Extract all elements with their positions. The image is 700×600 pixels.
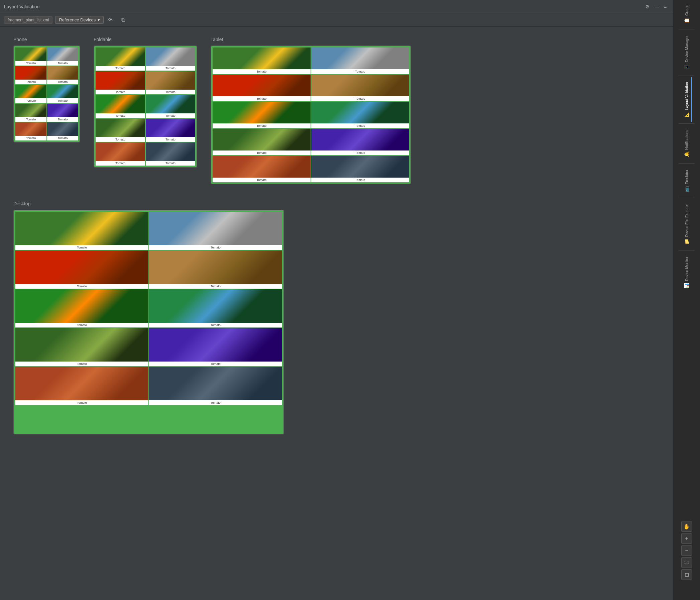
zoom-in-icon: + — [685, 535, 688, 542]
list-item: Tomato — [149, 328, 282, 366]
tablet-list: Tomato Tomato Tomato Tomato — [211, 46, 410, 184]
list-item: Tomato — [96, 71, 145, 94]
desktop-section: Desktop Tomato Tomato Tomato — [14, 201, 284, 434]
item-image — [149, 212, 282, 245]
sidebar-divider — [679, 250, 695, 250]
list-item: Tomato — [146, 47, 195, 71]
emulator-icon: 📺 — [684, 186, 689, 192]
item-label: Tomato — [149, 323, 282, 328]
item-image — [212, 75, 310, 96]
item-label: Tomato — [16, 400, 148, 405]
item-image — [16, 328, 148, 362]
item-image — [16, 122, 47, 136]
phone-section: Phone Tomato Tomato Tomato — [14, 37, 80, 142]
sidebar-tab-device-monitor[interactable]: 📊 Device Monitor — [682, 252, 692, 293]
zoom-in-button[interactable]: + — [681, 533, 692, 544]
item-image — [311, 129, 409, 150]
item-image — [149, 250, 282, 284]
more-icon[interactable]: ≡ — [664, 4, 669, 9]
item-image — [146, 95, 195, 113]
list-item: Tomato — [212, 102, 310, 128]
phone-frame: Tomato Tomato Tomato Tomato — [14, 46, 80, 142]
item-image — [311, 102, 409, 123]
desktop-frame: Tomato Tomato Tomato Tomato — [14, 210, 284, 434]
item-image — [96, 142, 145, 161]
item-label: Tomato — [47, 98, 78, 103]
item-label: Tomato — [212, 177, 310, 182]
list-item: Tomato — [96, 142, 145, 166]
list-item: Tomato — [47, 122, 78, 141]
zoom-reset-button[interactable]: 1:1 — [681, 557, 692, 568]
fit-icon: ⊡ — [684, 572, 689, 578]
right-sidebar: 📋 Gradle 📱 Device Manager 📐 Layout Valid… — [673, 0, 700, 600]
list-item: Tomato — [212, 129, 310, 155]
item-label: Tomato — [311, 96, 409, 101]
item-label: Tomato — [311, 177, 409, 182]
item-image — [146, 142, 195, 161]
item-image — [212, 156, 310, 177]
device-selector-dropdown[interactable]: Reference Devices ▾ — [55, 16, 104, 24]
sidebar-tab-emulator-label: Emulator — [684, 170, 688, 184]
list-item: Tomato — [16, 289, 148, 328]
zoom-out-button[interactable]: − — [681, 545, 692, 556]
item-label: Tomato — [149, 362, 282, 366]
layout-validation-icon: 📐 — [684, 112, 689, 117]
desktop-label: Desktop — [14, 201, 284, 206]
item-label: Tomato — [96, 113, 145, 118]
item-image — [96, 95, 145, 113]
fit-screen-button[interactable]: ⊡ — [681, 569, 692, 580]
list-item: Tomato — [16, 104, 47, 122]
list-item: Tomato — [16, 328, 148, 366]
item-image — [149, 367, 282, 400]
devices-row-1: Phone Tomato Tomato Tomato — [14, 37, 660, 184]
list-item: Tomato — [311, 47, 409, 74]
list-item: Tomato — [146, 71, 195, 94]
toolbar: fragment_plant_list.xml Reference Device… — [0, 14, 673, 27]
chevron-down-icon: ▾ — [98, 17, 100, 22]
item-image — [47, 66, 78, 79]
sidebar-tab-device-manager[interactable]: 📱 Device Manager — [682, 31, 692, 74]
item-label: Tomato — [311, 150, 409, 155]
item-label: Tomato — [146, 66, 195, 71]
phone-label: Phone — [14, 37, 80, 42]
item-image — [146, 119, 195, 137]
sidebar-tab-layout-validation[interactable]: 📐 Layout Validation — [682, 77, 692, 122]
item-image — [47, 104, 78, 117]
list-item: Tomato — [16, 85, 47, 103]
item-image — [311, 156, 409, 177]
sidebar-divider — [679, 163, 695, 164]
item-label: Tomato — [16, 362, 148, 366]
desktop-list: Tomato Tomato Tomato Tomato — [14, 210, 283, 434]
tablet-label: Tablet — [210, 37, 411, 42]
foldable-section: Foldable Tomato Tomato Tomato — [94, 37, 197, 168]
sidebar-divider — [679, 123, 695, 124]
eye-icon-button[interactable]: 👁 — [106, 16, 116, 25]
list-item: Tomato — [146, 119, 195, 142]
sidebar-tab-device-file-explorer[interactable]: 📁 Device File Explorer — [682, 199, 692, 249]
list-item: Tomato — [212, 47, 310, 74]
sidebar-tab-layout-validation-label: Layout Validation — [684, 82, 688, 110]
item-label: Tomato — [212, 123, 310, 128]
list-item: Tomato — [16, 66, 47, 84]
copy-layout-button[interactable]: ⧉ — [118, 16, 128, 25]
hand-tool-button[interactable]: ✋ — [681, 521, 692, 532]
foldable-list: Tomato Tomato Tomato Tomato — [94, 46, 197, 167]
item-label: Tomato — [146, 137, 195, 142]
settings-icon[interactable]: ⚙ — [645, 4, 651, 9]
sidebar-tab-grade-label: Gradle — [684, 5, 688, 16]
item-label: Tomato — [96, 161, 145, 166]
phone-list: Tomato Tomato Tomato Tomato — [14, 46, 79, 142]
minimize-icon[interactable]: — — [654, 4, 660, 9]
item-image — [96, 119, 145, 137]
sidebar-tab-notifications[interactable]: 🔔 Notifications — [682, 125, 692, 162]
sidebar-divider — [679, 29, 695, 29]
item-image — [96, 71, 145, 90]
hand-icon: ✋ — [683, 523, 690, 530]
sidebar-tab-device-file-explorer-label: Device File Explorer — [684, 204, 688, 237]
item-image — [47, 47, 78, 61]
list-item: Tomato — [149, 212, 282, 250]
sidebar-tab-emulator[interactable]: 📺 Emulator — [682, 165, 692, 196]
item-image — [16, 289, 148, 323]
sidebar-tab-grade[interactable]: 📋 Gradle — [682, 0, 692, 28]
list-item: Tomato — [47, 104, 78, 122]
